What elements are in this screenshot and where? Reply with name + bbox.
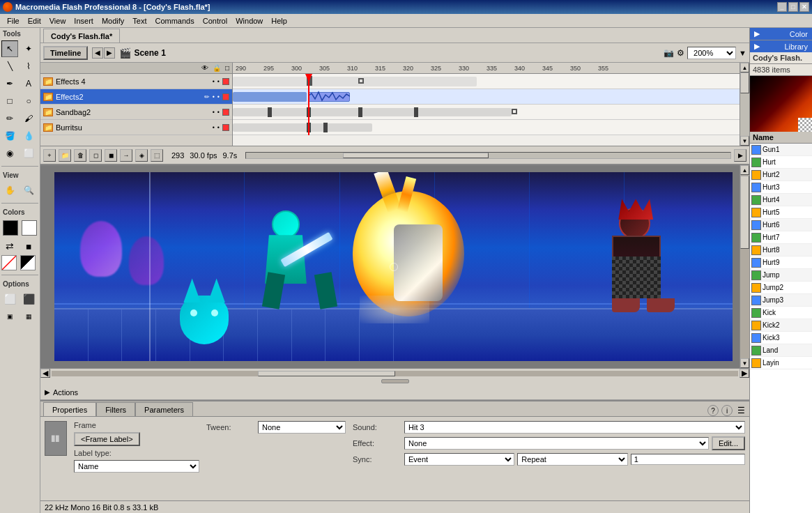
lib-item-layin[interactable]: Layin: [750, 357, 812, 369]
tool-eraser[interactable]: ⬜: [20, 145, 37, 162]
lib-item-gun1[interactable]: Gun1: [750, 144, 812, 156]
playhead[interactable]: [308, 74, 309, 135]
layer-effects4[interactable]: 📁 Effects 4 • •: [40, 74, 232, 89]
add-layer-btn[interactable]: +: [43, 149, 56, 162]
lib-item-hurt[interactable]: Hurt: [750, 156, 812, 169]
lib-item-kick3[interactable]: Kick3: [750, 332, 812, 344]
timeline-tool-3[interactable]: →: [120, 149, 132, 162]
hscroll-left[interactable]: ◀: [40, 369, 50, 378]
timeline-scroll-up[interactable]: ▲: [740, 63, 749, 72]
layer-eye-icon[interactable]: 👁: [201, 64, 208, 72]
sound-select[interactable]: Hit 3: [404, 421, 745, 434]
menu-edit[interactable]: Edit: [24, 15, 45, 26]
delete-layer-btn[interactable]: 🗑: [74, 149, 86, 162]
option-2[interactable]: ▦: [20, 308, 37, 325]
menu-text[interactable]: Text: [128, 15, 151, 26]
zoom-expand[interactable]: ▼: [739, 49, 746, 57]
props-menu-btn[interactable]: ☰: [735, 405, 746, 416]
stage-vscroll-thumb[interactable]: [740, 176, 749, 249]
timeline-tool-5[interactable]: ⬚: [151, 149, 163, 162]
option-snap[interactable]: ⬜: [1, 291, 18, 307]
zoom-select[interactable]: 200% 100% 400%: [687, 47, 736, 59]
lib-item-hurt4[interactable]: Hurt4: [750, 194, 812, 206]
lib-item-hurt7[interactable]: Hurt7: [750, 231, 812, 244]
layer-lock-effects4[interactable]: •: [217, 78, 220, 85]
frame-label-btn[interactable]: <Frame Label>: [74, 432, 140, 446]
lib-header[interactable]: ▶ Library: [750, 40, 812, 52]
black-white[interactable]: [20, 255, 36, 270]
edit-btn[interactable]: Edit...: [712, 436, 745, 450]
menu-commands[interactable]: Commands: [151, 15, 198, 26]
doc-tab[interactable]: Cody's Flash.fla*: [43, 29, 120, 43]
option-1[interactable]: ▣: [1, 308, 18, 325]
tab-properties[interactable]: Properties: [43, 402, 96, 416]
lib-item-kick2[interactable]: Kick2: [750, 319, 812, 332]
timeline-scroll-right[interactable]: ▶: [734, 149, 746, 162]
tween-select[interactable]: None Motion Shape: [258, 421, 346, 434]
menu-insert[interactable]: Insert: [70, 15, 98, 26]
tool-hand[interactable]: ✋: [1, 182, 18, 199]
layer-burritsu[interactable]: 📁 Burritsu • •: [40, 120, 232, 135]
lib-item-hurt2[interactable]: Hurt2: [750, 169, 812, 181]
tool-inkbucket[interactable]: 🪣: [1, 128, 18, 144]
repeat-value[interactable]: [631, 454, 745, 465]
default-colors[interactable]: ◼: [20, 238, 37, 254]
nav-prev[interactable]: ◀: [92, 47, 103, 59]
layer-vis-effects4[interactable]: •: [213, 78, 215, 85]
layer-lock-sandbag2[interactable]: •: [217, 109, 220, 116]
lib-item-land[interactable]: Land: [750, 344, 812, 357]
actions-expand[interactable]: ▶: [45, 388, 50, 396]
tool-eyedropper[interactable]: ◉: [1, 145, 18, 162]
tool-paintbucket[interactable]: 💧: [20, 128, 37, 144]
tool-rect[interactable]: □: [1, 93, 18, 109]
lib-item-jump[interactable]: Jump: [750, 269, 812, 282]
timeline-scroll-thumb[interactable]: [740, 72, 749, 93]
layer-lock-icon[interactable]: 🔒: [213, 64, 221, 72]
tab-parameters[interactable]: Parameters: [135, 402, 193, 416]
tool-line[interactable]: ╲: [1, 58, 18, 75]
effect-select[interactable]: None: [404, 437, 709, 450]
lib-item-hurt3[interactable]: Hurt3: [750, 181, 812, 194]
layer-vis-sandbag2[interactable]: •: [213, 109, 215, 116]
tool-text[interactable]: A: [20, 75, 37, 92]
hscroll-track[interactable]: [52, 371, 738, 376]
timeline-vscroll[interactable]: ▲ ▼: [740, 63, 749, 146]
tool-pencil[interactable]: ✏: [1, 110, 18, 127]
swap-colors[interactable]: ⇄: [1, 238, 18, 254]
layer-vis-effects2[interactable]: •: [213, 93, 215, 100]
props-help-btn[interactable]: ?: [707, 405, 719, 416]
timeline-tool-1[interactable]: ◻: [89, 149, 102, 162]
timeline-tool-2[interactable]: ◼: [105, 149, 117, 162]
menu-file[interactable]: File: [3, 15, 24, 26]
layer-lock-effects2[interactable]: •: [217, 93, 220, 100]
layer-lock-burritsu[interactable]: •: [217, 124, 220, 131]
stroke-color[interactable]: [3, 220, 18, 236]
stage-vscroll[interactable]: ▲ ▼: [740, 165, 749, 368]
option-smooth[interactable]: ⬛: [20, 291, 37, 307]
hscroll-right[interactable]: ▶: [740, 369, 749, 378]
stage-scroll-up[interactable]: ▲: [740, 165, 749, 175]
tool-oval[interactable]: ○: [20, 93, 37, 109]
color-panel-header[interactable]: ▶ Color: [750, 28, 812, 40]
fill-color[interactable]: [22, 220, 37, 236]
close-button[interactable]: ✕: [799, 2, 809, 12]
stage-canvas[interactable]: [54, 172, 733, 361]
menu-help[interactable]: Help: [267, 15, 291, 26]
tool-brush[interactable]: 🖌: [20, 110, 37, 127]
sync-select[interactable]: Event Start Stop Stream: [404, 453, 514, 466]
nav-next[interactable]: ▶: [104, 47, 115, 59]
timeline-hscroll-track[interactable]: [245, 152, 731, 159]
menu-view[interactable]: View: [45, 15, 70, 26]
layer-vis-burritsu[interactable]: •: [213, 124, 215, 131]
tab-filters[interactable]: Filters: [96, 402, 135, 416]
timeline-tool-4[interactable]: ◈: [135, 149, 148, 162]
layer-effects2[interactable]: 📁 Effects2 ✏ • •: [40, 89, 232, 105]
minimize-button[interactable]: _: [777, 2, 787, 12]
menu-window[interactable]: Window: [231, 15, 267, 26]
menu-modify[interactable]: Modify: [98, 15, 128, 26]
hscroll-thumb[interactable]: [258, 371, 395, 376]
timeline-scroll-down[interactable]: ▼: [740, 136, 749, 146]
lib-item-hurt6[interactable]: Hurt6: [750, 219, 812, 231]
lib-item-jump3[interactable]: Jump3: [750, 294, 812, 307]
lib-item-hurt9[interactable]: Hurt9: [750, 256, 812, 269]
